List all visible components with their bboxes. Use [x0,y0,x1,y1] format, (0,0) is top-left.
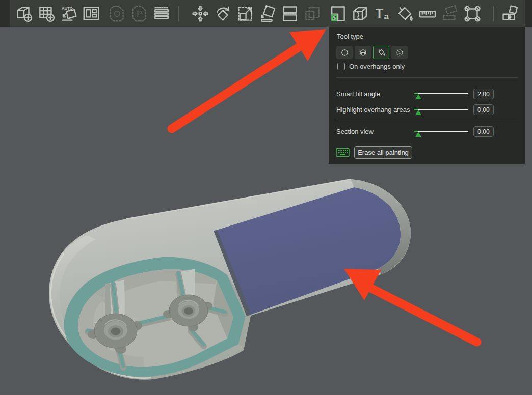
toolbar-assembly[interactable] [499,0,521,27]
seam-painting-icon [351,4,370,23]
smart-fill-angle-slider[interactable] [414,91,468,98]
section-view-label: Section view [336,128,374,135]
toolbar-arrange[interactable] [80,0,102,27]
tool-fill[interactable] [373,46,389,59]
overhangs-row: On overhangs only [337,63,405,70]
panel-divider [336,77,518,78]
paint-bucket-icon [395,4,415,23]
toolbar-left-gap [0,0,10,27]
toolbar-split-to-objects: O [105,0,128,27]
toolbar-scale[interactable] [234,0,256,27]
app-window: AUTO O P [0,0,532,395]
svg-text:a: a [384,11,389,21]
lay-flat-icon [440,4,460,23]
scale-icon [235,4,255,23]
erase-all-painting-button[interactable]: Erase all painting [354,146,412,159]
arrow-to-toolbar-icon [172,29,326,129]
toolbar-add-plate[interactable] [35,0,58,27]
cut-icon [280,4,300,23]
auto-orient-icon: AUTO [59,4,78,23]
gap-fill-icon [395,48,404,57]
sphere-brush-icon [359,48,367,57]
toolbar-mirror [301,0,324,27]
tool-type-label: Tool type [337,33,363,40]
slider-track[interactable] [414,109,468,110]
section-view-slider[interactable] [414,128,468,135]
toolbar-rotate[interactable] [211,0,234,27]
keyboard-shortcuts-icon[interactable] [336,148,350,157]
fill-tool-icon [377,48,386,57]
toolbar-lay-flat [439,0,461,27]
svg-text:O: O [114,10,120,18]
toolbar-auto-orient[interactable]: AUTO [58,0,80,27]
slider-track[interactable] [414,131,468,132]
place-on-face-icon [258,4,277,23]
arrange-icon [82,4,101,23]
tool-circle-brush[interactable] [336,46,353,59]
svg-text:T: T [376,6,384,20]
toolbar-split-to-parts: P [128,0,150,27]
split-parts-icon: P [129,4,149,23]
arrow-to-painted-face [344,269,477,342]
toolbar-seam-painting[interactable] [349,0,371,27]
tool-sphere-brush[interactable] [355,46,371,59]
tool-gap-fill[interactable] [391,46,408,59]
toolbar-place-on-face[interactable] [256,0,279,27]
toolbar-variable-layer-height[interactable] [150,0,173,27]
toolbar-separator [493,6,494,21]
toolbar-icons: AUTO O P [10,0,525,27]
rotate-icon [213,4,232,23]
measure-icon [418,4,437,23]
split-objects-icon: O [107,4,126,23]
toolbar-right-gap [525,0,532,27]
add-plate-icon [37,4,56,23]
toolbar-add-object[interactable] [13,0,35,27]
svg-text:P: P [137,10,142,18]
slider-thumb[interactable] [415,132,421,137]
top-toolbar: AUTO O P [0,0,532,27]
fix-model-icon [463,4,482,23]
highlight-overhang-value[interactable]: 0.00 [473,104,494,115]
mirror-icon [303,4,322,23]
assembly-icon [500,4,520,23]
toolbar-separator [178,6,179,21]
overhangs-label: On overhangs only [349,63,405,70]
overhangs-checkbox[interactable] [337,63,345,70]
text-tool-icon: T a [373,4,392,23]
slider-track[interactable] [414,93,468,94]
layer-height-icon [152,4,171,23]
toolbar-move[interactable] [189,0,211,27]
smart-fill-angle-label: Smart fill angle [336,90,380,98]
toolbar-measure[interactable] [416,0,439,27]
section-view-value[interactable]: 0.00 [473,126,494,137]
slider-thumb[interactable] [415,110,421,115]
toolbar-support-painting[interactable] [327,0,349,27]
add-cube-icon [14,4,34,23]
highlight-overhang-slider[interactable] [414,106,468,114]
tool-type-buttons [336,46,408,59]
support-painting-panel: Tool type [329,27,525,164]
highlight-overhang-label: Highlight overhang areas [336,106,410,114]
panel-divider [336,121,518,121]
toolbar-fix-model[interactable] [461,0,484,27]
toolbar-text[interactable]: T a [371,0,394,27]
support-painting-icon [328,4,348,23]
smart-fill-angle-value[interactable]: 2.00 [473,89,494,99]
slider-thumb[interactable] [415,94,421,99]
toolbar-color-painting[interactable] [394,0,416,27]
toolbar-cut[interactable] [279,0,301,27]
move-icon [191,4,210,23]
circle-brush-icon [340,48,349,57]
